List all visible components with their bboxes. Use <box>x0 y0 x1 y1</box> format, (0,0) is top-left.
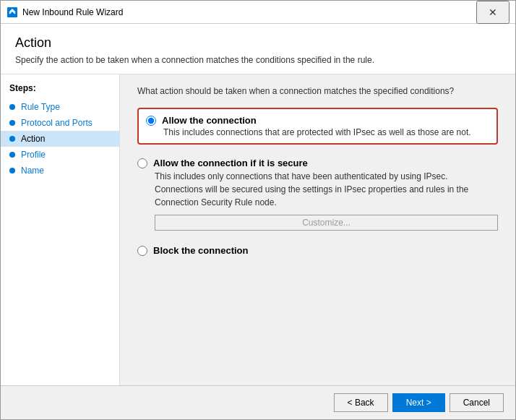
sidebar-item-action[interactable]: Action <box>1 131 119 147</box>
sidebar-item-rule-type[interactable]: Rule Type <box>1 99 119 115</box>
back-button[interactable]: < Back <box>334 393 388 412</box>
sidebar-item-profile[interactable]: Profile <box>1 147 119 163</box>
close-button[interactable]: ✕ <box>476 1 509 24</box>
option-block-label[interactable]: Block the connection <box>153 245 248 256</box>
customize-button[interactable]: Customize... <box>155 215 498 231</box>
option-label-row: Allow the connection <box>146 115 489 126</box>
sidebar-item-label: Action <box>21 134 45 144</box>
step-indicator <box>9 136 15 142</box>
sidebar-item-label: Rule Type <box>21 102 60 112</box>
option-allow: Allow the connection This includes conne… <box>137 108 498 145</box>
option-allow-desc: This includes connections that are prote… <box>163 127 489 137</box>
sidebar: Steps: Rule Type Protocol and Ports Acti… <box>1 74 120 385</box>
option-allow-secure-desc: This includes only connections that have… <box>155 170 498 209</box>
radio-block[interactable] <box>137 246 147 256</box>
sidebar-title: Steps: <box>1 83 119 99</box>
content-area: Action Specify the action to be taken wh… <box>1 24 515 385</box>
header-section: Action Specify the action to be taken wh… <box>1 24 515 74</box>
page-description: Specify the action to be taken when a co… <box>15 55 501 65</box>
window-icon <box>7 7 18 18</box>
option-allow-secure: Allow the connection if it is secure Thi… <box>137 156 498 232</box>
next-button[interactable]: Next > <box>392 393 445 412</box>
option-selected-box: Allow the connection This includes conne… <box>137 108 498 145</box>
sidebar-item-label: Name <box>21 166 44 176</box>
content-panel: What action should be taken when a conne… <box>120 74 515 385</box>
step-indicator <box>9 120 15 126</box>
main-body: Steps: Rule Type Protocol and Ports Acti… <box>1 74 515 385</box>
question-text: What action should be taken when a conne… <box>137 86 498 96</box>
option-allow-label[interactable]: Allow the connection <box>162 115 257 126</box>
option-allow-secure-label[interactable]: Allow the connection if it is secure <box>153 158 308 168</box>
sidebar-item-label: Profile <box>21 150 46 160</box>
window-title: New Inbound Rule Wizard <box>22 7 476 17</box>
option-block: Block the connection <box>137 244 498 257</box>
step-indicator <box>9 104 15 110</box>
sidebar-item-label: Protocol and Ports <box>21 118 93 128</box>
step-indicator <box>9 168 15 173</box>
page-title: Action <box>15 35 501 51</box>
option-label-row: Block the connection <box>137 245 498 256</box>
radio-allow-secure[interactable] <box>137 158 147 168</box>
radio-allow[interactable] <box>146 116 156 126</box>
title-bar: New Inbound Rule Wizard ✕ <box>1 1 515 24</box>
wizard-window: New Inbound Rule Wizard ✕ Action Specify… <box>0 0 516 420</box>
sidebar-item-name[interactable]: Name <box>1 163 119 179</box>
cancel-button[interactable]: Cancel <box>450 393 504 412</box>
option-group: Allow the connection This includes conne… <box>137 108 498 257</box>
sidebar-item-protocol-ports[interactable]: Protocol and Ports <box>1 115 119 131</box>
step-indicator <box>9 152 15 158</box>
footer: < Back Next > Cancel <box>1 385 515 419</box>
option-label-row: Allow the connection if it is secure <box>137 158 498 168</box>
